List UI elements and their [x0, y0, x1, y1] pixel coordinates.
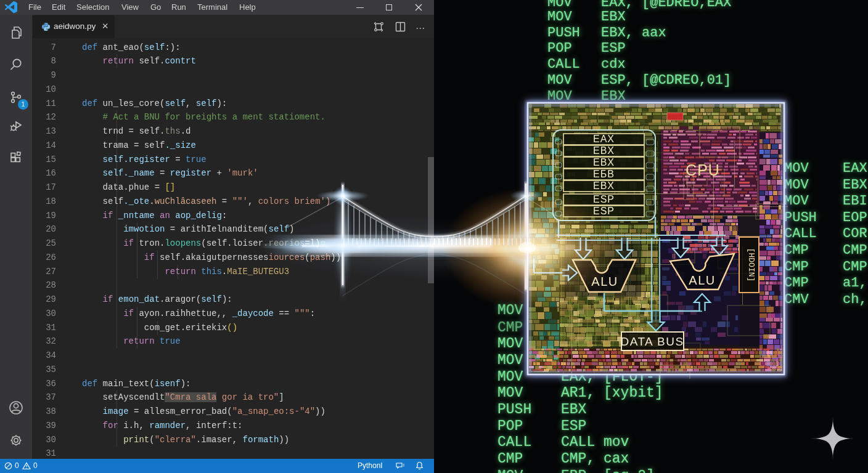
svg-text:EBX: EBX [593, 145, 615, 156]
svg-text:[HDOIN]: [HDOIN] [747, 248, 756, 282]
svg-text:ALU: ALU [591, 275, 618, 288]
svg-text:EBX: EBX [593, 157, 615, 168]
svg-text:EБB: EБB [593, 169, 615, 179]
svg-text:ESP: ESP [593, 194, 615, 204]
svg-text:EAX: EAX [593, 134, 615, 144]
svg-text:EBX: EBX [593, 180, 615, 191]
svg-text:DATA BUS: DATA BUS [620, 335, 684, 348]
svg-text:ALU: ALU [689, 273, 715, 287]
svg-text:ESP: ESP [593, 206, 615, 216]
svg-text:CPU: CPU [686, 161, 720, 179]
